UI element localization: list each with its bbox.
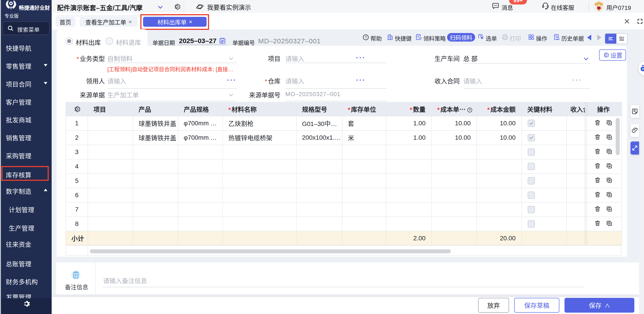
svg-text:?: ? <box>365 36 367 39</box>
svg-text:?: ? <box>469 108 471 112</box>
svg-text:草: 草 <box>633 110 636 113</box>
